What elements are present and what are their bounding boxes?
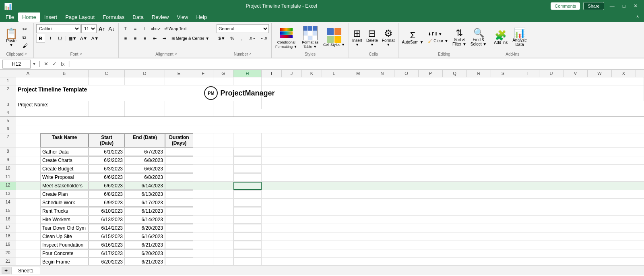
task-cell[interactable]: Schedule Work — [40, 199, 89, 207]
row-num[interactable]: 4 — [0, 109, 16, 116]
grid-cell[interactable] — [165, 101, 193, 109]
grid-cell[interactable] — [213, 156, 233, 164]
end-date-header[interactable]: End (Date) — [125, 133, 165, 147]
maximize-button[interactable]: □ — [620, 3, 628, 9]
grid-cell[interactable] — [233, 109, 644, 116]
row-num[interactable]: 1 — [0, 77, 16, 85]
font-family-select[interactable]: Calibri — [36, 24, 80, 33]
grid-cell[interactable] — [16, 156, 40, 164]
start-cell[interactable]: 6/16/2023 — [89, 241, 125, 249]
col-header-t[interactable]: T — [515, 70, 539, 77]
grid-cell[interactable] — [262, 182, 644, 190]
border-button[interactable]: ▦▼ — [67, 34, 78, 43]
start-cell[interactable]: 6/14/2023 — [89, 224, 125, 232]
duration-cell[interactable] — [165, 173, 193, 181]
grid-cell[interactable] — [89, 77, 125, 85]
grid-cell[interactable] — [262, 156, 644, 164]
menu-review[interactable]: Review — [148, 12, 173, 22]
grid-cell[interactable] — [233, 133, 262, 147]
row-num[interactable]: 20 — [0, 249, 16, 257]
col-header-j[interactable]: J — [282, 70, 302, 77]
grid-cell[interactable] — [193, 216, 213, 224]
start-cell[interactable]: 6/9/2023 — [89, 199, 125, 207]
share-button[interactable]: Share — [583, 2, 604, 10]
grid-cell[interactable] — [16, 249, 40, 257]
increase-decimal-button[interactable]: ←.0 — [258, 34, 269, 43]
grid-cell[interactable] — [40, 77, 89, 85]
format-button[interactable]: ⚙ Format ▼ — [380, 27, 396, 48]
col-header-l[interactable]: L — [322, 70, 346, 77]
grid-cell[interactable] — [262, 148, 644, 156]
align-top-button[interactable]: ⊤ — [121, 24, 130, 33]
start-cell[interactable]: 6/8/2023 — [89, 190, 125, 198]
grid-cell[interactable] — [233, 156, 262, 164]
menu-data[interactable]: Data — [128, 12, 147, 22]
font-color-button[interactable]: A▼ — [90, 34, 100, 43]
grid-cell[interactable] — [213, 109, 233, 116]
text-orientation-button[interactable]: abc↗ — [150, 24, 161, 33]
menu-insert[interactable]: Insert — [40, 12, 62, 22]
grid-cell[interactable] — [193, 241, 213, 249]
grid-cell[interactable] — [193, 199, 213, 207]
grid-cell[interactable] — [193, 148, 213, 156]
grid-cell[interactable] — [16, 232, 40, 241]
italic-button[interactable]: I — [46, 34, 55, 43]
grid-cell[interactable] — [213, 133, 233, 147]
grid-cell[interactable] — [193, 249, 213, 257]
grid-cell[interactable] — [262, 224, 644, 232]
task-cell[interactable]: Inspect Foundation — [40, 241, 89, 249]
grid-cell[interactable] — [213, 232, 233, 241]
grid-cell[interactable] — [125, 77, 165, 85]
start-cell[interactable]: 6/6/2023 — [89, 182, 125, 190]
selected-h12-cell[interactable] — [233, 182, 262, 190]
grid-cell[interactable] — [16, 224, 40, 232]
row-num[interactable]: 3 — [0, 101, 16, 109]
col-header-v[interactable]: V — [564, 70, 588, 77]
grid-cell[interactable] — [262, 77, 644, 85]
start-cell[interactable]: 6/2/2023 — [89, 156, 125, 164]
grid-cell[interactable] — [262, 258, 644, 265]
grid-cell[interactable] — [165, 85, 193, 101]
grid-cell[interactable] — [165, 77, 193, 85]
col-header-r[interactable]: R — [467, 70, 491, 77]
col-header-x[interactable]: X — [612, 70, 636, 77]
project-title-cell[interactable]: Project Timeline Template — [16, 85, 40, 101]
grid-cell[interactable] — [262, 241, 644, 249]
grid-cell[interactable] — [16, 258, 40, 265]
number-format-select[interactable]: General — [217, 24, 269, 33]
row-num[interactable]: 12 — [0, 182, 16, 190]
end-cell[interactable]: 6/8/2023 — [125, 156, 165, 164]
grid-cell[interactable] — [193, 224, 213, 232]
start-cell[interactable]: 6/17/2023 — [89, 249, 125, 257]
duration-cell[interactable] — [165, 156, 193, 164]
grid-cell[interactable] — [193, 232, 213, 241]
col-header-m[interactable]: M — [346, 70, 370, 77]
grid-cell[interactable] — [233, 173, 262, 181]
row-num[interactable]: 9 — [0, 156, 16, 164]
cut-button[interactable]: ✂ — [21, 25, 29, 33]
grid-cell[interactable] — [40, 85, 89, 101]
fill-button[interactable]: ⬇Fill ▼ — [426, 31, 450, 37]
end-cell[interactable]: 6/6/2023 — [125, 165, 165, 173]
grid-cell[interactable] — [233, 207, 262, 215]
col-header-e[interactable]: E — [165, 70, 193, 77]
start-cell[interactable]: 6/6/2023 — [89, 173, 125, 181]
grid-cell[interactable] — [233, 258, 262, 265]
end-cell[interactable]: 6/11/2023 — [125, 207, 165, 215]
close-button[interactable]: ✕ — [631, 3, 640, 9]
add-sheet-button[interactable]: + — [2, 267, 10, 274]
increase-font-button[interactable]: A↑ — [97, 24, 106, 33]
confirm-formula-icon[interactable]: ✓ — [51, 61, 58, 67]
col-header-g[interactable]: G — [213, 70, 233, 77]
cell-styles-button[interactable]: Cell Styles ▼ — [321, 27, 347, 48]
fill-color-button[interactable]: A▼ — [78, 34, 89, 43]
task-cell[interactable]: Tear Down Old Gym — [40, 224, 89, 232]
grid-cell[interactable] — [233, 101, 262, 109]
cancel-formula-icon[interactable]: ✕ — [43, 61, 50, 67]
col-header-c[interactable]: C — [89, 70, 125, 77]
grid-cell[interactable] — [193, 182, 213, 190]
duration-cell[interactable] — [165, 232, 193, 241]
row-num[interactable]: 6 — [0, 125, 16, 133]
analyze-data-button[interactable]: 📊 AnalyzeData — [510, 27, 529, 48]
row-num[interactable]: 8 — [0, 148, 16, 156]
